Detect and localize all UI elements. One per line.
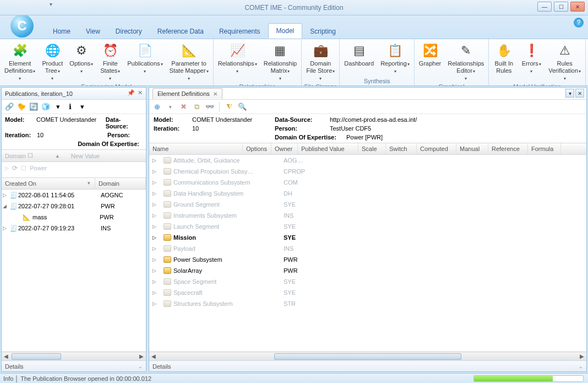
menu-row: C HomeViewDirectoryReference DataRequire… (0, 15, 588, 39)
element-row[interactable]: ▷Structures SubsystemSTR (149, 298, 586, 309)
publications-hscroll[interactable]: ◀ ▶ (2, 352, 146, 360)
publications-details[interactable]: Details⌄ (2, 360, 146, 371)
ribbon-rels[interactable]: 📈Relationships▾ (215, 40, 260, 76)
col-formula[interactable]: Formula (528, 143, 561, 154)
ribbon-relmx[interactable]: ▦RelationshipMatrix▾ (260, 40, 301, 83)
menu-model[interactable]: Model (268, 23, 303, 39)
col-switch[interactable]: Switch (386, 143, 417, 154)
element-row[interactable]: ▷Launch SegmentSYE (149, 221, 586, 232)
ribbon-redit[interactable]: ✎RelationshipsEditor▾ (444, 40, 487, 83)
ribbon-p2sm[interactable]: 📐Parameter toState Mapper▾ (166, 40, 212, 83)
element-definitions-toolbar: ⊕ ▾ ✖ ⧉ 👓 ⧨ 🔍 (149, 100, 586, 114)
element-row[interactable]: ▷Chemical Propulsion SubsystemCPROP (149, 166, 586, 177)
find-button[interactable]: 👓 (204, 101, 215, 112)
col-scale[interactable]: Scale (358, 143, 386, 154)
col-reference[interactable]: Reference (488, 143, 528, 154)
help-button[interactable]: ? (574, 18, 584, 28)
publications-grid-header[interactable]: Created On ▾ Domain (2, 177, 146, 190)
right-panel-tabstrip: Element Definitions ✕ ▾ ✕ (149, 88, 586, 100)
copy-button[interactable]: ⧉ (191, 101, 202, 112)
filter-newvalue-label: New Value (71, 153, 100, 159)
pub-tb-info[interactable]: ℹ (64, 101, 75, 112)
publications-panel-title: Publications, iteration_10 (5, 90, 73, 97)
ribbon-dash[interactable]: ▤Dashboard (341, 40, 377, 68)
filter-power-row[interactable]: ▷ ⟳ ☐ Power (2, 162, 146, 174)
menu-scripting[interactable]: Scripting (302, 24, 344, 39)
element-row[interactable]: ▷Data Handling SubsystemDH (149, 188, 586, 199)
ribbon-opts[interactable]: ⚙Options▾ (66, 40, 96, 76)
pub-tb-0[interactable]: 🔗 (4, 101, 15, 112)
element-definitions-panel: Element Definitions ✕ ▾ ✕ ⊕ ▾ ✖ ⧉ 👓 ⧨ 🔍 … (149, 87, 587, 372)
publications-panel: Publications, iteration_10 📌 ✕ 🔗🐤🔄🧊▾ℹ▾ M… (1, 87, 146, 372)
close-icon[interactable]: ✕ (138, 89, 143, 96)
pub-row[interactable]: ▷🧾2022-08-01 11:54:05AOGNC (2, 190, 146, 201)
progress-bar (473, 375, 584, 382)
menu-view[interactable]: View (78, 24, 108, 39)
pub-tb-1[interactable]: 🐤 (16, 101, 27, 112)
filter-header[interactable]: Domain ☐ ▲ New Value (2, 149, 146, 162)
add-dd[interactable]: ▾ (165, 101, 176, 112)
element-row[interactable]: ▷MissionSYE (149, 232, 586, 243)
col-name[interactable]: Name (149, 143, 243, 154)
pub-tb-info-dd[interactable]: ▾ (77, 101, 88, 112)
col-published-value[interactable]: Published Value (298, 143, 358, 154)
publications-meta: Model: COMET Understander Data-Source: I… (2, 114, 146, 149)
pub-tb-cube[interactable]: 🧊 (40, 101, 51, 112)
windows-dropdown-button[interactable]: ▾ (565, 89, 574, 98)
tab-element-definitions[interactable]: Element Definitions ✕ (153, 88, 222, 99)
element-row[interactable]: ▷Communications SubsystemCOM (149, 177, 586, 188)
publications-toolbar: 🔗🐤🔄🧊▾ℹ▾ (2, 100, 146, 114)
delete-button[interactable]: ✖ (178, 101, 189, 112)
pub-row[interactable]: ▷🧾2022-07-27 09:19:23INS (2, 223, 146, 234)
pub-tb-2[interactable]: 🔄 (28, 101, 39, 112)
ribbon-pubs[interactable]: 📄Publications▾ (124, 40, 166, 76)
col-owner[interactable]: Owner (271, 143, 298, 154)
element-row[interactable]: ▷Space SegmentSYE (149, 276, 586, 287)
element-definitions-hscroll[interactable]: ◀ ▶ (149, 352, 586, 360)
pub-row[interactable]: ◢🧾2022-07-27 09:28:01PWR (2, 201, 146, 212)
element-definitions-grid-header[interactable]: NameOptionsOwnerPublished ValueScaleSwit… (149, 143, 586, 155)
qat-dropdown[interactable]: ▾ (50, 1, 52, 7)
col-options[interactable]: Options (243, 143, 271, 154)
maximize-button[interactable]: ☐ (554, 2, 568, 12)
ribbon-fst[interactable]: ⏰FiniteStates▾ (96, 40, 124, 83)
element-row[interactable]: ▷Ground SegmentSYE (149, 199, 586, 210)
ribbon-brules[interactable]: ✋Built InRules (490, 40, 518, 75)
ribbon: 🧩ElementDefinitions▾🌐ProductTree▾⚙Option… (0, 39, 588, 86)
element-definitions-tree[interactable]: ▷Attitude, Orbit, GuidanceAOG…▷Chemical … (149, 155, 586, 352)
menu-home[interactable]: Home (45, 24, 78, 39)
close-button[interactable]: ✕ (570, 2, 585, 12)
ribbon-errs[interactable]: ❗Errors▾ (518, 40, 545, 76)
menu-reference-data[interactable]: Reference Data (150, 24, 211, 39)
search-button[interactable]: 🔍 (237, 101, 248, 112)
tab-close-icon[interactable]: ✕ (213, 91, 217, 97)
ribbon-grapher[interactable]: 🔀Grapher (416, 40, 444, 68)
minimize-button[interactable]: — (537, 2, 552, 12)
element-row[interactable]: ▷Instruments SubsystemINS (149, 210, 586, 221)
pin-icon[interactable]: 📌 (127, 89, 135, 96)
menu-requirements[interactable]: Requirements (211, 24, 268, 39)
ribbon-eldef[interactable]: 🧩ElementDefinitions▾ (1, 40, 39, 83)
ribbon-dfs[interactable]: 💼DomainFile Store▾ (303, 40, 338, 83)
publications-tree[interactable]: ▷🧾2022-08-01 11:54:05AOGNC◢🧾2022-07-27 0… (2, 190, 146, 352)
element-row[interactable]: ▷Attitude, Orbit, GuidanceAOG… (149, 155, 586, 166)
ribbon-rep[interactable]: 📋Reporting▾ (377, 40, 413, 76)
element-definitions-details[interactable]: Details⌄ (149, 360, 586, 371)
ribbon-rver[interactable]: ⚠RulesVerification▾ (545, 40, 584, 83)
element-row[interactable]: ▷PayloadINS (149, 243, 586, 254)
pub-tb-cube-dd[interactable]: ▾ (52, 101, 63, 112)
menu-directory[interactable]: Directory (108, 24, 150, 39)
title-bar: ▾ COMET IME - Community Edition — ☐ ✕ (0, 0, 588, 15)
tab-label: Element Definitions (157, 90, 210, 97)
element-row[interactable]: ▷SpacecraftSYE (149, 287, 586, 298)
ribbon-ptree[interactable]: 🌐ProductTree▾ (39, 40, 66, 83)
col-computed[interactable]: Computed (417, 143, 456, 154)
add-button[interactable]: ⊕ (151, 101, 162, 112)
close-active-doc-button[interactable]: ✕ (575, 89, 584, 98)
filter-button[interactable]: ⧨ (224, 101, 235, 112)
pub-child-row[interactable]: 📐massPWR (2, 212, 146, 223)
col-manual[interactable]: Manual (456, 143, 488, 154)
element-row[interactable]: ▷Power SubsystemPWR (149, 254, 586, 265)
element-definitions-meta: Model: COMET Understander Data-Source: h… (149, 114, 586, 143)
element-row[interactable]: ▷SolarArrayPWR (149, 265, 586, 276)
